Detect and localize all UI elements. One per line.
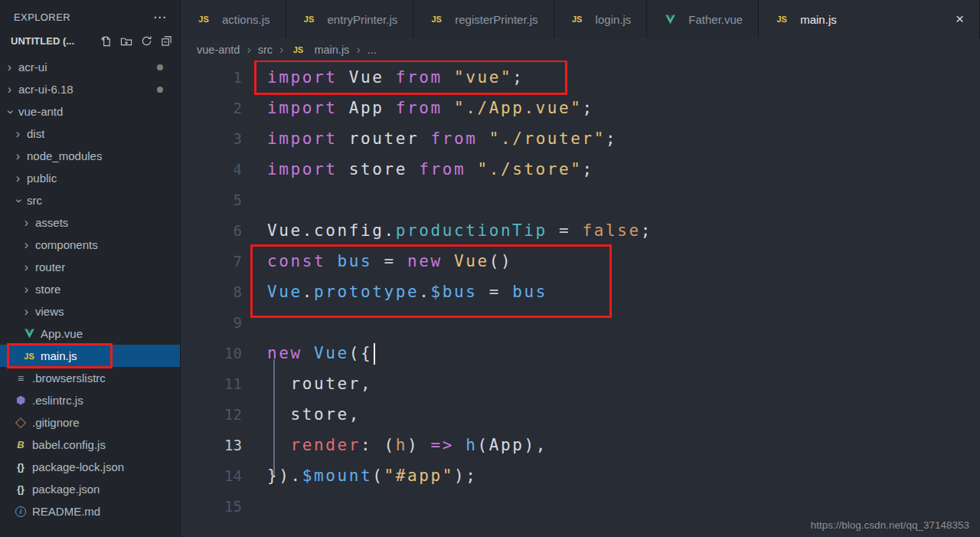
- tree-folder-acr-ui[interactable]: ›acr-ui: [0, 56, 180, 78]
- tree-item-label: dist: [27, 127, 44, 140]
- tree-folder-vue-antd[interactable]: ›vue-antd: [0, 100, 180, 123]
- tree-folder-assets[interactable]: ›assets: [0, 211, 180, 234]
- js-icon: JS: [570, 15, 585, 24]
- breadcrumb-item[interactable]: JSmain.js: [290, 44, 349, 56]
- line-number: 4: [181, 161, 242, 178]
- tab-Father.vue[interactable]: Father.vue: [647, 0, 759, 38]
- explorer-sidebar: EXPLORER ⋯ UNTITLED (... ›acr-ui›acr-ui-…: [0, 0, 181, 537]
- tree-file-.eslintrc.js[interactable]: .eslintrc.js: [0, 389, 180, 411]
- tree-file-README.md[interactable]: iREADME.md: [0, 500, 180, 522]
- tree-item-label: components: [35, 238, 98, 251]
- code-line[interactable]: 8Vue.prototype.$bus = bus: [181, 277, 980, 307]
- code-text: const bus = new Vue(): [267, 246, 512, 277]
- code-line[interactable]: 12 store,: [181, 399, 980, 430]
- tree-item-label: package.json: [32, 483, 100, 496]
- tree-item-label: public: [27, 172, 57, 185]
- line-number: 12: [181, 406, 242, 423]
- breadcrumb-item[interactable]: ...: [368, 44, 377, 56]
- tab-label: registerPrinter.js: [455, 13, 537, 26]
- vue-icon: [21, 329, 37, 339]
- js-icon: JS: [429, 15, 444, 24]
- code-line[interactable]: 13 render: (h) => h(App),: [181, 430, 980, 460]
- line-number: 15: [181, 498, 242, 515]
- code-editor[interactable]: 1import Vue from "vue";2import App from …: [181, 61, 980, 537]
- tab-label: Father.vue: [688, 13, 743, 26]
- tab-main.js[interactable]: JSmain.js×: [759, 0, 980, 38]
- tree-item-label: .gitignore: [32, 416, 80, 429]
- tab-label: login.js: [596, 13, 632, 26]
- tree-file-App.vue[interactable]: App.vue: [0, 323, 180, 345]
- tree-folder-views[interactable]: ›views: [0, 300, 180, 323]
- chevron-right-icon: ›: [356, 43, 360, 57]
- workspace-name: UNTITLED (...: [11, 35, 74, 47]
- collapse-all-icon[interactable]: [161, 35, 172, 47]
- tree-file-package.json[interactable]: {}package.json: [0, 478, 180, 500]
- workspace-section-header[interactable]: UNTITLED (...: [0, 31, 180, 50]
- tab-registerPrinter.js[interactable]: JSregisterPrinter.js: [413, 0, 554, 38]
- tree-item-label: acr-ui-6.18: [18, 83, 74, 96]
- line-number: 1: [181, 69, 242, 86]
- code-line[interactable]: 7const bus = new Vue(): [181, 246, 980, 277]
- code-line[interactable]: 5: [181, 185, 980, 215]
- tree-item-label: package-lock.json: [32, 460, 124, 473]
- new-file-icon[interactable]: [100, 35, 112, 47]
- more-actions-icon[interactable]: ⋯: [153, 9, 168, 25]
- new-folder-icon[interactable]: [120, 35, 132, 47]
- tree-file-babel.config.js[interactable]: Bbabel.config.js: [0, 434, 180, 456]
- git-icon: [13, 419, 28, 427]
- tab-actions.js[interactable]: JSactions.js: [181, 0, 286, 38]
- tree-file-.browserslistrc[interactable]: ≡.browserslistrc: [0, 367, 180, 389]
- line-number: 6: [181, 222, 242, 239]
- breadcrumb-item[interactable]: src: [258, 44, 273, 56]
- modified-dot: [157, 64, 163, 70]
- code-text: import store from "./store";: [267, 154, 594, 185]
- tree-file-package-lock.json[interactable]: {}package-lock.json: [0, 456, 180, 478]
- code-line[interactable]: 9: [181, 307, 980, 338]
- code-line[interactable]: 15: [181, 491, 980, 522]
- close-icon[interactable]: ×: [940, 11, 964, 28]
- tree-folder-components[interactable]: ›components: [0, 234, 180, 256]
- code-line[interactable]: 6Vue.config.productionTip = false;: [181, 215, 980, 246]
- code-text: }).$mount("#app");: [267, 460, 477, 491]
- tab-login.js[interactable]: JSlogin.js: [554, 0, 648, 38]
- watermark: https://blog.csdn.net/qq_37148353: [811, 519, 969, 531]
- chevron-right-icon: ›: [21, 305, 31, 319]
- breadcrumb[interactable]: vue-antd›src›JSmain.js›...: [181, 38, 980, 61]
- tree-item-label: store: [35, 283, 60, 296]
- json-icon: {}: [13, 462, 28, 473]
- tree-folder-dist[interactable]: ›dist: [0, 123, 180, 145]
- code-line[interactable]: 4import store from "./store";: [181, 154, 980, 185]
- chevron-right-icon: ›: [279, 43, 283, 57]
- breadcrumb-item[interactable]: vue-antd: [197, 44, 240, 56]
- tab-entryPrinter.js[interactable]: JSentryPrinter.js: [286, 0, 414, 38]
- code-line[interactable]: 1import Vue from "vue";: [181, 62, 980, 93]
- tree-folder-public[interactable]: ›public: [0, 167, 180, 189]
- line-number: 3: [181, 130, 242, 147]
- code-line[interactable]: 2import App from "./App.vue";: [181, 93, 980, 123]
- code-line[interactable]: 11 router,: [181, 368, 980, 399]
- code-text: Vue.prototype.$bus = bus: [267, 277, 547, 307]
- tree-folder-store[interactable]: ›store: [0, 278, 180, 300]
- babel-icon: B: [13, 439, 28, 450]
- code-line[interactable]: 3import router from "./router";: [181, 123, 980, 154]
- tree-file-.gitignore[interactable]: .gitignore: [0, 411, 180, 434]
- tree-file-main.js[interactable]: JSmain.js: [0, 345, 180, 367]
- tree-folder-router[interactable]: ›router: [0, 256, 180, 278]
- explorer-title: EXPLORER: [14, 11, 70, 23]
- line-number: 8: [181, 283, 242, 300]
- file-tree: ›acr-ui›acr-ui-6.18›vue-antd›dist›node_m…: [0, 56, 180, 522]
- refresh-icon[interactable]: [141, 35, 152, 47]
- tree-item-label: .browserslistrc: [32, 372, 106, 385]
- tree-folder-acr-ui-6.18[interactable]: ›acr-ui-6.18: [0, 78, 180, 100]
- tree-folder-node_modules[interactable]: ›node_modules: [0, 145, 180, 167]
- code-content: 1import Vue from "vue";2import App from …: [181, 61, 980, 522]
- tree-folder-src[interactable]: ›src: [0, 189, 180, 211]
- code-line[interactable]: 14}).$mount("#app");: [181, 460, 980, 491]
- code-line[interactable]: 10new Vue({: [181, 338, 980, 368]
- chevron-right-icon: ›: [21, 216, 31, 230]
- tree-item-label: App.vue: [41, 327, 83, 340]
- line-number: 9: [181, 314, 242, 331]
- tree-item-label: assets: [35, 216, 68, 229]
- workspace-actions: [100, 35, 172, 47]
- js-icon: JS: [774, 15, 789, 24]
